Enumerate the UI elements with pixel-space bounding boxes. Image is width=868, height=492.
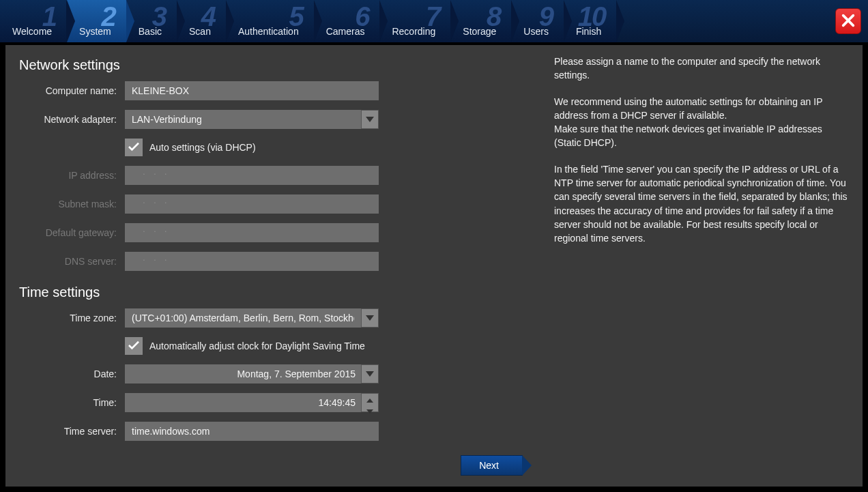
subnet-label: Subnet mask: xyxy=(19,199,125,209)
date-label: Date: xyxy=(19,368,125,379)
chevron-up-icon xyxy=(366,394,373,405)
time-stepper[interactable] xyxy=(361,393,379,412)
row-date: Date: xyxy=(19,364,528,384)
next-button[interactable]: Next xyxy=(461,455,523,476)
step-welcome[interactable]: 1 Welcome xyxy=(0,0,67,42)
step-label: Basic xyxy=(139,26,162,37)
row-time: Time: xyxy=(19,393,528,412)
wizard-body: Network settings Computer name: Network … xyxy=(5,45,863,487)
step-label: Cameras xyxy=(326,26,365,37)
step-recording[interactable]: 7 Recording xyxy=(379,0,450,42)
tz-label: Time zone: xyxy=(19,313,125,323)
chevron-down-icon xyxy=(365,114,375,125)
dst-label: Automatically adjust clock for Daylight … xyxy=(149,341,365,351)
step-label: Recording xyxy=(392,26,435,37)
close-icon xyxy=(841,13,856,30)
step-storage[interactable]: 8 Storage xyxy=(450,0,511,42)
help-p23: We recommend using the automatic setting… xyxy=(554,95,850,150)
adapter-dropdown-button[interactable] xyxy=(361,110,379,129)
row-dst: Automatically adjust clock for Daylight … xyxy=(125,337,528,355)
tz-dropdown-button[interactable] xyxy=(361,308,379,328)
adapter-value[interactable] xyxy=(125,110,361,129)
timeserver-label: Time server: xyxy=(19,426,125,437)
row-ip: IP address: ... xyxy=(19,166,528,185)
date-dropdown-button[interactable] xyxy=(361,364,379,384)
chevron-down-icon xyxy=(365,368,375,379)
step-label: Authentication xyxy=(238,26,299,37)
svg-marker-2 xyxy=(366,371,374,377)
time-step-up[interactable] xyxy=(362,394,378,405)
step-label: Scan xyxy=(189,26,211,37)
help-panel: Please assign a name to the computer and… xyxy=(542,45,863,487)
step-label: Storage xyxy=(463,26,496,37)
tz-value[interactable] xyxy=(125,308,361,328)
computer-name-label: Computer name: xyxy=(19,85,125,96)
stepper-bar: 1 Welcome 2 System 3 Basic 4 Scan 5 Auth… xyxy=(0,0,868,42)
step-label: Finish xyxy=(576,26,601,37)
dhcp-checkbox[interactable] xyxy=(125,139,143,156)
help-p2: We recommend using the automatic setting… xyxy=(554,96,822,121)
row-adapter: Network adapter: xyxy=(19,110,528,129)
step-system[interactable]: 2 System xyxy=(67,0,126,42)
subnet-input: ... xyxy=(125,194,379,214)
checkmark-icon xyxy=(128,142,140,154)
svg-marker-4 xyxy=(366,409,373,414)
svg-marker-3 xyxy=(366,399,373,403)
help-p1: Please assign a name to the computer and… xyxy=(554,55,850,83)
step-label: Welcome xyxy=(12,26,52,37)
time-spinner[interactable] xyxy=(125,393,379,412)
ip-input: ... xyxy=(125,166,379,185)
close-button[interactable] xyxy=(835,8,861,34)
help-p3: Make sure that the network devices get i… xyxy=(554,124,822,148)
dns-input: ... xyxy=(125,252,379,271)
chevron-down-icon xyxy=(365,313,375,323)
dst-checkbox[interactable] xyxy=(125,337,143,355)
wizard-window: 1 Welcome 2 System 3 Basic 4 Scan 5 Auth… xyxy=(0,0,868,492)
gateway-label: Default gateway: xyxy=(19,227,125,238)
date-value[interactable] xyxy=(125,364,361,384)
svg-marker-1 xyxy=(366,315,374,321)
row-gateway: Default gateway: ... xyxy=(19,223,528,242)
next-label: Next xyxy=(479,460,499,471)
tz-select[interactable] xyxy=(125,308,379,328)
row-subnet: Subnet mask: ... xyxy=(19,194,528,214)
row-computer-name: Computer name: xyxy=(19,81,528,100)
network-heading: Network settings xyxy=(19,57,528,73)
step-authentication[interactable]: 5 Authentication xyxy=(226,0,314,42)
date-select[interactable] xyxy=(125,364,379,384)
step-label: Users xyxy=(523,26,549,37)
step-cameras[interactable]: 6 Cameras xyxy=(314,0,380,42)
time-value[interactable] xyxy=(125,393,361,412)
dns-label: DNS server: xyxy=(19,256,125,267)
row-dhcp: Auto settings (via DHCP) xyxy=(125,139,528,156)
gateway-input: ... xyxy=(125,223,379,242)
dhcp-label: Auto settings (via DHCP) xyxy=(149,142,256,153)
form-panel: Network settings Computer name: Network … xyxy=(5,45,542,487)
ip-label: IP address: xyxy=(19,170,125,181)
checkmark-icon xyxy=(128,341,140,352)
step-label: System xyxy=(79,26,111,37)
timeserver-input[interactable] xyxy=(125,422,379,441)
footer-buttons: Next xyxy=(19,455,528,480)
adapter-label: Network adapter: xyxy=(19,114,125,125)
row-timeserver: Time server: xyxy=(19,422,528,441)
time-label: Time: xyxy=(19,397,125,408)
chevron-down-icon xyxy=(366,405,373,416)
row-dns: DNS server: ... xyxy=(19,252,528,271)
time-step-down[interactable] xyxy=(362,405,378,416)
row-timezone: Time zone: xyxy=(19,308,528,328)
help-p4: In the field 'Time server' you can speci… xyxy=(554,162,850,246)
time-heading: Time settings xyxy=(19,285,528,300)
computer-name-input[interactable] xyxy=(125,81,379,100)
svg-marker-0 xyxy=(366,117,374,122)
adapter-select[interactable] xyxy=(125,110,379,129)
